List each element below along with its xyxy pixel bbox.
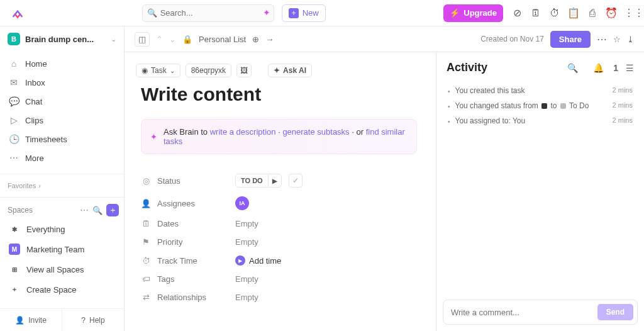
relationships-value[interactable]: Empty bbox=[235, 293, 258, 302]
sidebar-item-label: Timesheets bbox=[25, 135, 67, 144]
help-icon: ? bbox=[81, 316, 86, 325]
task-id-chip[interactable]: 86eqrpyxk bbox=[186, 64, 231, 77]
assignees-label: Assignees bbox=[157, 199, 195, 208]
created-date: Created on Nov 17 bbox=[480, 35, 544, 43]
lock-icon: 🔒 bbox=[182, 35, 192, 44]
status-label: Status bbox=[157, 176, 180, 186]
activity-item: • You changed status from to To Do 2 min… bbox=[441, 98, 639, 113]
sidebar-item-chat[interactable]: 💬Chat bbox=[0, 92, 124, 111]
tags-value[interactable]: Empty bbox=[235, 274, 258, 284]
app-logo[interactable] bbox=[11, 7, 24, 20]
workspace-name[interactable]: Brain dump cen... bbox=[25, 35, 106, 44]
download-icon[interactable]: ⤓ bbox=[627, 35, 634, 44]
upgrade-button[interactable]: ⚡ Upgrade bbox=[443, 4, 503, 22]
bell-icon: 🔔 bbox=[593, 63, 604, 73]
calendar-icon: 🗓 bbox=[141, 219, 151, 228]
favorites-section[interactable]: Favorites› bbox=[0, 178, 124, 193]
brain-icon: ✦ bbox=[150, 132, 157, 142]
assignee-icon: 👤 bbox=[141, 199, 151, 208]
sidebar-item-label: Clips bbox=[25, 116, 43, 125]
space-label: Create Space bbox=[26, 285, 77, 295]
ask-ai-button[interactable]: ✦Ask AI bbox=[268, 64, 312, 77]
nav-back-icon[interactable]: ⌃ bbox=[156, 35, 163, 44]
apps-icon[interactable]: ⋮⋮⋮ bbox=[624, 7, 636, 19]
clipboard-icon[interactable]: 📋 bbox=[567, 7, 580, 19]
stopwatch-icon[interactable]: ⏱ bbox=[548, 8, 561, 19]
tag-icon: 🏷 bbox=[141, 274, 151, 284]
send-button[interactable]: Send bbox=[597, 304, 633, 320]
chevron-down-icon: ⌄ bbox=[170, 67, 175, 74]
space-everything[interactable]: ✱Everything bbox=[0, 219, 124, 239]
spaces-more-icon[interactable]: ⋯ bbox=[80, 205, 89, 215]
help-button[interactable]: ?Help bbox=[62, 309, 124, 331]
priority-value[interactable]: Empty bbox=[235, 237, 258, 247]
spaces-search-icon[interactable]: 🔍 bbox=[92, 206, 103, 215]
add-space-button[interactable]: ＋ bbox=[106, 204, 119, 216]
alarm-icon[interactable]: ⏰ bbox=[605, 7, 618, 19]
activity-bell[interactable]: 🔔1 bbox=[586, 63, 618, 73]
invite-icon: 👤 bbox=[15, 316, 25, 325]
stopwatch-icon: ⏱ bbox=[141, 256, 151, 266]
task-title[interactable]: Write content bbox=[141, 84, 417, 105]
everything-icon: ✱ bbox=[9, 223, 20, 235]
assignee-avatar[interactable]: IA bbox=[235, 196, 249, 210]
breadcrumb-arrow-icon[interactable]: → bbox=[265, 35, 274, 44]
brain-write-link[interactable]: write a description bbox=[210, 127, 276, 137]
more-icon: ⋯ bbox=[9, 153, 19, 163]
dates-value[interactable]: Empty bbox=[235, 219, 258, 228]
calendar-icon[interactable]: 🗓 bbox=[530, 8, 542, 19]
sidebar-item-more[interactable]: ⋯More bbox=[0, 149, 124, 167]
activity-filter-icon[interactable]: ☰ bbox=[626, 63, 634, 73]
status-complete-button[interactable]: ✓ bbox=[289, 174, 303, 188]
video-icon[interactable]: ⎙ bbox=[586, 8, 599, 19]
check-circle-icon[interactable]: ⊘ bbox=[511, 7, 523, 19]
clips-icon: ▷ bbox=[9, 115, 19, 125]
new-label: New bbox=[303, 8, 319, 18]
new-button[interactable]: ＋ New bbox=[282, 4, 326, 22]
sidebar-item-label: More bbox=[25, 154, 44, 163]
chat-icon: 💬 bbox=[9, 96, 19, 106]
sidebar-item-home[interactable]: ⌂Home bbox=[0, 54, 124, 73]
breadcrumb[interactable]: Personal List bbox=[199, 35, 246, 44]
brain-text: Ask Brain to bbox=[164, 127, 208, 137]
sidebar-item-timesheets[interactable]: 🕒Timesheets bbox=[0, 130, 124, 149]
nav-forward-icon[interactable]: ⌄ bbox=[169, 35, 176, 44]
image-icon: 🖼 bbox=[240, 66, 248, 75]
invite-button[interactable]: 👤Invite bbox=[0, 309, 62, 331]
add-time-button[interactable]: ▶Add time bbox=[235, 255, 281, 266]
plus-icon: ＋ bbox=[289, 8, 299, 18]
sidebar-toggle-icon[interactable]: ◫ bbox=[135, 32, 150, 47]
status-icon: ◎ bbox=[141, 176, 151, 186]
flag-icon: ⚑ bbox=[141, 237, 151, 247]
sidebar-item-inbox[interactable]: ✉Inbox bbox=[0, 73, 124, 92]
play-icon: ▶ bbox=[235, 255, 245, 266]
activity-search-icon[interactable]: 🔍 bbox=[567, 63, 578, 73]
chevron-down-icon[interactable]: ⌄ bbox=[111, 35, 116, 43]
timesheets-icon: 🕒 bbox=[9, 134, 19, 144]
sidebar-item-clips[interactable]: ▷Clips bbox=[0, 111, 124, 130]
status-next-icon[interactable]: ▶ bbox=[268, 175, 281, 187]
space-marketing[interactable]: MMarketing Team bbox=[0, 239, 124, 259]
activity-item: •You created this task2 mins bbox=[441, 83, 639, 98]
brain-generate-link[interactable]: generate subtasks bbox=[282, 127, 349, 137]
workspace-avatar[interactable]: B bbox=[8, 33, 20, 45]
comment-input[interactable] bbox=[451, 308, 597, 317]
search-input[interactable] bbox=[142, 4, 274, 22]
status-pill[interactable]: TO DO▶ bbox=[235, 174, 282, 188]
space-view-all[interactable]: ⊞View all Spaces bbox=[0, 259, 124, 279]
brain-suggestion-box: ✦ Ask Brain to write a description · gen… bbox=[141, 119, 417, 154]
marketing-badge: M bbox=[9, 244, 20, 255]
bolt-icon: ⚡ bbox=[450, 8, 460, 18]
image-chip[interactable]: 🖼 bbox=[236, 64, 252, 77]
space-create[interactable]: ＋Create Space bbox=[0, 279, 124, 300]
more-icon[interactable]: ⋯ bbox=[597, 33, 607, 45]
sidebar-item-label: Inbox bbox=[25, 78, 45, 87]
sparkle-icon: ✦ bbox=[274, 66, 280, 75]
share-button[interactable]: Share bbox=[550, 31, 591, 48]
activity-item: •You assigned to: You2 mins bbox=[441, 113, 639, 128]
task-type-chip[interactable]: ◉Task⌄ bbox=[136, 64, 180, 77]
space-label: Everything bbox=[26, 225, 65, 234]
breadcrumb-add-icon[interactable]: ⊕ bbox=[252, 35, 259, 44]
star-icon[interactable]: ☆ bbox=[613, 35, 621, 44]
search-ai-icon[interactable]: ✦ bbox=[263, 8, 270, 18]
